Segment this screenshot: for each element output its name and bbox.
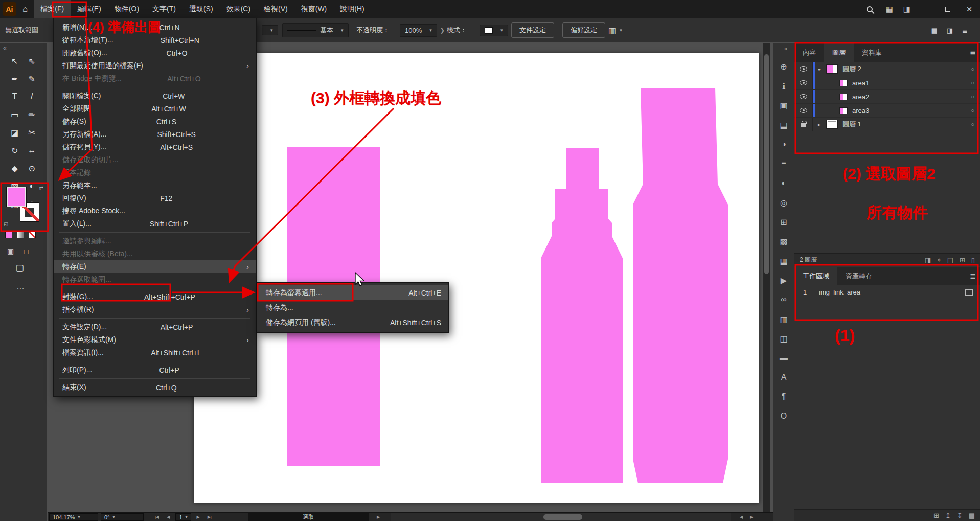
draw-normal-icon[interactable]: ▣ — [7, 247, 14, 255]
status-expand-icon[interactable]: ▶ — [375, 515, 382, 519]
rectangle-tool[interactable]: ▭ — [9, 109, 21, 120]
artboard-nav-dropdown[interactable]: 1 — [175, 513, 191, 521]
document-setup-button[interactable]: 文件設定 — [511, 22, 554, 38]
none-button[interactable] — [29, 231, 36, 238]
share-document-icon[interactable]: ◨ — [947, 25, 953, 35]
curvature-tool[interactable]: ✎ — [26, 73, 38, 84]
menubar-item[interactable]: 選取(S) — [183, 0, 220, 18]
gradient-panel-icon[interactable]: ◐ — [781, 178, 786, 188]
fill-color-swatch[interactable] — [7, 187, 26, 207]
style-dropdown[interactable] — [480, 25, 508, 36]
layer-thumbnail[interactable] — [839, 107, 848, 114]
properties-panel-icon[interactable]: ▤ — [780, 120, 787, 130]
file-menu-item[interactable]: 儲存(S) Ctrl+S › — [54, 115, 256, 128]
opacity-stepper-icon[interactable]: ❯ — [440, 27, 445, 34]
file-menu-item[interactable]: 封裝(G)... Alt+Shift+Ctrl+P › — [54, 290, 256, 303]
artboard-name[interactable]: img_link_area — [819, 288, 860, 296]
asset-export-panel-icon[interactable]: ◫ — [780, 333, 787, 344]
layer-name[interactable]: 圖層 2 — [842, 64, 861, 74]
scale-tool[interactable]: ↔ — [26, 145, 38, 156]
layer-expand-icon[interactable]: ▸ — [818, 122, 826, 127]
layer-target-icon[interactable]: ○ — [971, 107, 974, 114]
horizontal-scrollbar-handle[interactable] — [543, 514, 582, 520]
file-menu-item[interactable]: 共用以供審核 (Beta)... › — [54, 247, 256, 260]
edit-toolbar-icon[interactable]: … — [16, 282, 26, 291]
file-menu-item[interactable]: 在 Bridge 中瀏覽... Alt+Ctrl+O › — [54, 72, 256, 85]
menubar-item[interactable]: 說明(H) — [333, 0, 371, 18]
file-menu-item[interactable]: 關閉檔案(C) Ctrl+W › — [54, 89, 256, 102]
eye-icon[interactable] — [800, 108, 807, 113]
image-trace-panel-icon[interactable]: ▥ — [780, 314, 787, 324]
file-menu-item[interactable]: 邀請參與編輯... › — [54, 235, 256, 247]
layer-name[interactable]: area2 — [852, 93, 869, 101]
scroll-left-icon[interactable]: ◀ — [738, 515, 745, 519]
layer-row[interactable]: area1 ○ — [794, 76, 980, 90]
layer-row[interactable]: ▾ 圖層 2 ○ — [794, 62, 980, 76]
draw-behind-icon[interactable]: ◻ — [23, 247, 29, 255]
layer-target-icon[interactable]: ○ — [971, 94, 974, 100]
zoom-level-dropdown[interactable]: 104.17% — [49, 513, 98, 521]
brushes-panel-icon[interactable]: ▩ — [780, 236, 787, 246]
layer-expand-icon[interactable]: ▾ — [818, 66, 826, 72]
gradient-button[interactable] — [17, 231, 24, 238]
shaper-tool[interactable]: ◆ — [9, 163, 21, 174]
move-down-icon[interactable]: ↧ — [957, 512, 963, 519]
file-menu-item[interactable]: 列印(P)... Ctrl+P › — [54, 364, 256, 376]
links-panel-icon[interactable]: ∞ — [781, 295, 786, 305]
artboard[interactable] — [194, 53, 759, 503]
minimize-button[interactable]: — — [916, 0, 937, 18]
lock-icon[interactable] — [801, 123, 806, 127]
collapse-tools-icon[interactable]: « — [3, 44, 7, 52]
file-menu-item[interactable]: 開啟舊檔(O)... Ctrl+O › — [54, 47, 256, 59]
move-up-icon[interactable]: ↥ — [945, 512, 951, 519]
layer-name[interactable]: area1 — [852, 79, 869, 87]
color-panel-icon[interactable]: ◑ — [781, 139, 786, 149]
next-artboard-icon[interactable]: ▶ — [195, 515, 202, 519]
close-button[interactable]: × — [959, 0, 980, 18]
file-menu-item[interactable]: 全部關閉 Alt+Ctrl+W › — [54, 102, 256, 115]
actions-panel-icon[interactable]: ▶ — [781, 275, 787, 285]
home-icon[interactable]: ⌂ — [22, 4, 28, 14]
scroll-right-icon[interactable]: ▶ — [748, 515, 755, 519]
menubar-item[interactable]: 檢視(V) — [257, 0, 294, 18]
eyedropper-tool[interactable]: ⊙ — [26, 163, 38, 174]
layer-row[interactable]: area2 ○ — [794, 90, 980, 104]
first-artboard-icon[interactable]: |◀ — [153, 515, 161, 519]
file-menu-item[interactable]: 版本記錄 › — [54, 166, 256, 179]
paintbrush-tool[interactable]: ✏ — [26, 109, 38, 120]
vertical-scrollbar[interactable] — [763, 43, 770, 512]
artboards-panel-menu-icon[interactable]: ≣ — [970, 272, 976, 280]
horizontal-scrollbar[interactable] — [391, 513, 731, 521]
direct-selection-tool[interactable]: ⇖ — [26, 55, 38, 66]
pink-shape-bottle-large[interactable] — [633, 88, 728, 483]
file-menu-item[interactable]: 文件設定(D)... Alt+Ctrl+P › — [54, 321, 256, 333]
scissors-tool[interactable]: ✂ — [26, 127, 38, 138]
new-layer-icon[interactable]: ⊞ — [960, 256, 965, 264]
opacity-panel-icon[interactable]: O — [781, 411, 787, 421]
layer-thumbnail[interactable] — [839, 80, 848, 86]
file-menu-item[interactable]: 儲存拷貝(Y)... Alt+Ctrl+S › — [54, 141, 256, 153]
arrange-workspace-icon[interactable]: ▦ — [881, 5, 898, 14]
layer-row[interactable]: area3 ○ — [794, 104, 980, 118]
eye-icon[interactable] — [800, 66, 807, 72]
align-options-dropdown[interactable]: ▥ — [608, 18, 622, 42]
rotation-dropdown[interactable]: 0° — [101, 513, 144, 521]
swap-fill-stroke-icon[interactable]: ⇄ — [39, 185, 43, 191]
character-panel-icon[interactable]: A — [781, 372, 787, 382]
stroke-weight-dropdown[interactable] — [262, 25, 278, 35]
layer-name[interactable]: 圖層 1 — [842, 120, 861, 129]
control-panel-menu-icon[interactable]: ≣ — [962, 25, 968, 35]
menubar-item[interactable]: 檔案(F) — [34, 0, 71, 18]
file-menu-item[interactable]: 搜尋 Adobe Stock... › — [54, 205, 256, 217]
eraser-tool[interactable]: ◪ — [9, 127, 21, 138]
img_link_area[interactable]: 1 img_link_area — [794, 285, 980, 300]
collect-for-export-icon[interactable]: ⊞ — [933, 512, 939, 519]
export-submenu-item[interactable]: 儲存為網頁用 (舊版)... Alt+Shift+Ctrl+S — [257, 315, 448, 330]
export-settings-icon[interactable]: ▤ — [969, 512, 975, 519]
screen-mode-icon[interactable]: ▢ — [15, 262, 24, 274]
file-menu-item[interactable]: 結束(X) Ctrl+Q › — [54, 381, 256, 394]
preferences-button[interactable]: 偏好設定 — [562, 22, 605, 38]
rotate-tool[interactable]: ↻ — [9, 145, 21, 156]
file-menu-item[interactable]: 回復(V) F12 › — [54, 192, 256, 205]
line-segment-tool[interactable]: / — [26, 91, 38, 102]
